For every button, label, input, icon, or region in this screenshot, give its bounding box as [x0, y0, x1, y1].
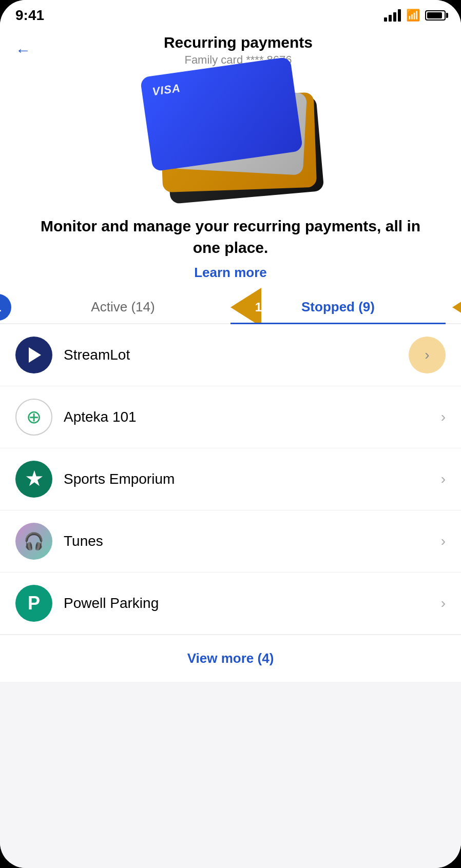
status-icons: 📶: [384, 9, 446, 22]
status-bar: 9:41 📶: [0, 0, 461, 29]
tabs-wrapper: Active (14) 1 1 Stopped (9) 2: [0, 291, 461, 324]
chevron-right-icon: ›: [441, 533, 446, 549]
item-name-sports: Sports Emporium: [64, 471, 441, 487]
item-name-tunes: Tunes: [64, 533, 441, 549]
battery-icon: [425, 10, 446, 21]
item-name-apteka: Apteka 101: [64, 409, 441, 425]
signal-icon: [384, 9, 401, 22]
tab-stopped[interactable]: Stopped (9) 2: [230, 291, 446, 323]
chevron-right-icon: ›: [441, 471, 446, 487]
list-item-tunes[interactable]: 🎧 Tunes ›: [0, 510, 461, 573]
learn-more-link[interactable]: Learn more: [194, 265, 267, 281]
list-item-powell[interactable]: P Powell Parking ›: [0, 573, 461, 635]
chevron-right-icon: ›: [441, 409, 446, 425]
logo-powell: P: [15, 585, 52, 622]
list-item-apteka[interactable]: ⊕ Apteka 101 ›: [0, 386, 461, 448]
p-letter-icon: P: [28, 593, 40, 614]
logo-apteka: ⊕: [15, 399, 52, 436]
headphone-icon: 🎧: [24, 531, 44, 551]
logo-streamlot: [15, 337, 52, 373]
chevron-right-icon: ›: [441, 595, 446, 611]
logo-tunes: 🎧: [15, 523, 52, 560]
view-more-button[interactable]: View more (4): [187, 650, 274, 666]
streamlot-chevron-circle[interactable]: ›: [409, 337, 446, 373]
back-button[interactable]: ←: [15, 43, 31, 58]
phone-frame: 9:41 📶 ← Recurring payments Family card …: [0, 0, 461, 868]
logo-sports: ★: [15, 461, 52, 498]
wifi-icon: 📶: [406, 9, 420, 22]
page-title: Recurring payments: [31, 34, 446, 51]
card-illustration: VISA VISA VISA VISA: [0, 77, 461, 210]
info-title: Monitor and manage your recurring paymen…: [31, 215, 430, 259]
plus-icon: ⊕: [26, 406, 42, 428]
annotation-arrow-2-right: 2: [450, 288, 461, 327]
status-time: 9:41: [15, 7, 44, 24]
header-center: Recurring payments Family card **** 8676: [31, 34, 446, 67]
cards-stack: VISA VISA VISA VISA: [141, 85, 320, 198]
item-name-powell: Powell Parking: [64, 595, 441, 611]
tabs-container: Active (14) 1 1 Stopped (9) 2: [0, 291, 461, 324]
item-name-streamlot: StreamLot: [64, 347, 409, 363]
list-item-streamlot[interactable]: StreamLot ›: [0, 324, 461, 386]
play-icon: [29, 347, 41, 363]
info-section: Monitor and manage your recurring paymen…: [0, 210, 461, 291]
list-item-sports[interactable]: ★ Sports Emporium ›: [0, 448, 461, 510]
annotation-badge-1-left: 1: [0, 294, 11, 321]
star-icon: ★: [26, 468, 42, 490]
list-container: StreamLot › ⊕ Apteka 101 › ★ Sports Empo…: [0, 324, 461, 868]
chevron-right-icon: ›: [425, 347, 429, 363]
tab-active[interactable]: Active (14) 1 1: [15, 291, 230, 323]
view-more-section: View more (4): [0, 635, 461, 682]
